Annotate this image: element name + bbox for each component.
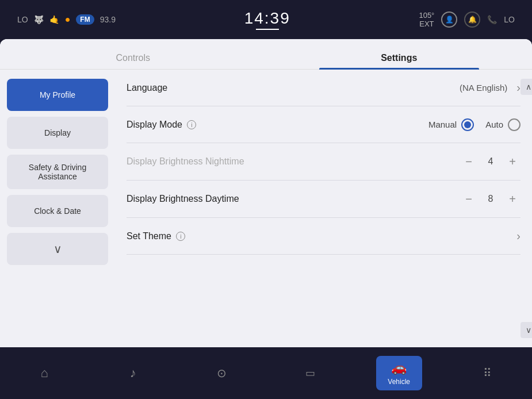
radio-auto-circle[interactable] xyxy=(508,118,520,131)
radio-manual[interactable]: Manual xyxy=(428,118,474,131)
nav-item-vehicle[interactable]: 🚗 Vehicle xyxy=(376,356,422,390)
brightness-day-increment[interactable]: + xyxy=(504,191,520,207)
brightness-day-stepper: − 8 + xyxy=(461,191,520,207)
language-label: Language xyxy=(127,83,253,93)
radio-auto[interactable]: Auto xyxy=(485,118,520,131)
content-area: My Profile Display Safety & Driving Assi… xyxy=(0,70,532,347)
scroll-up-button[interactable]: ∧ xyxy=(520,79,532,95)
sidebar-item-my-profile[interactable]: My Profile xyxy=(7,79,108,111)
set-theme-value: › xyxy=(253,229,520,243)
phone-nav-icon: ▭ xyxy=(305,367,315,379)
sun-icon: ● xyxy=(65,14,71,25)
vehicle-icon: 🚗 xyxy=(391,360,407,375)
language-value: (NA English) › xyxy=(253,81,520,94)
brightness-day-label: Display Brightness Daytime xyxy=(127,194,253,204)
set-theme-label: Set Theme i xyxy=(127,231,253,241)
home-icon: ⌂ xyxy=(40,366,48,381)
sidebar-item-safety-driving[interactable]: Safety & Driving Assistance xyxy=(7,155,108,189)
time-underline xyxy=(256,29,279,30)
display-mode-label: Display Mode i xyxy=(127,120,253,130)
setting-row-brightness-day: Display Brightness Daytime − 8 + xyxy=(127,181,520,218)
sidebar: My Profile Display Safety & Driving Assi… xyxy=(0,70,115,347)
compass-icon: ⊙ xyxy=(217,366,227,380)
brightness-day-decrement[interactable]: − xyxy=(461,191,477,207)
display-mode-radio-group: Manual Auto xyxy=(428,118,520,131)
tab-settings[interactable]: Settings xyxy=(266,47,533,69)
nav-item-phone[interactable]: ▭ xyxy=(288,362,334,384)
bottom-nav: ⌂ ♪ ⊙ ▭ 🚗 Vehicle ⠿ xyxy=(0,347,532,399)
status-center: 14:39 xyxy=(244,9,290,30)
brightness-night-value: − 4 + xyxy=(253,154,520,170)
settings-list: Language (NA English) › Display Mode i xyxy=(127,70,520,255)
lo-left-label: LO xyxy=(17,15,28,24)
grid-icon: ⠿ xyxy=(483,366,492,380)
display-mode-value: Manual Auto xyxy=(253,118,520,131)
status-left: LO 🐺 🤙 ● FM 93.9 xyxy=(17,14,116,25)
temperature-value: 105° xyxy=(419,11,434,20)
scroll-controls: ∧ ∨ xyxy=(519,70,532,347)
status-bar: LO 🐺 🤙 ● FM 93.9 14:39 105° EXT 👤 🔔 📞 LO xyxy=(0,0,532,39)
nav-item-compass[interactable]: ⊙ xyxy=(198,362,244,385)
settings-panel: Language (NA English) › Display Mode i xyxy=(115,70,532,347)
sidebar-item-clock-date[interactable]: Clock & Date xyxy=(7,195,108,227)
bell-icon: 🔔 xyxy=(464,11,480,28)
hand-icon: 🤙 xyxy=(49,15,59,24)
display-mode-info-icon[interactable]: i xyxy=(187,120,196,129)
profile-icon: 👤 xyxy=(441,11,457,28)
tab-controls[interactable]: Controls xyxy=(0,47,266,69)
brightness-night-increment[interactable]: + xyxy=(504,154,520,170)
brightness-night-current: 4 xyxy=(485,156,496,167)
setting-row-language: Language (NA English) › xyxy=(127,70,520,106)
brightness-night-decrement[interactable]: − xyxy=(461,154,477,170)
wolf-icon: 🐺 xyxy=(34,15,44,24)
scroll-down-button[interactable]: ∨ xyxy=(520,322,532,338)
brightness-night-stepper: − 4 + xyxy=(461,154,520,170)
radio-manual-label: Manual xyxy=(428,120,457,129)
brightness-day-value: − 8 + xyxy=(253,191,520,207)
sidebar-item-display[interactable]: Display xyxy=(7,117,108,149)
brightness-day-current: 8 xyxy=(485,194,496,204)
setting-row-brightness-night: Display Brightness Nighttime − 4 + xyxy=(127,143,520,181)
nav-item-grid[interactable]: ⠿ xyxy=(465,362,511,385)
vehicle-label: Vehicle xyxy=(388,378,410,386)
frequency-label: 93.9 xyxy=(100,15,116,24)
nav-item-home[interactable]: ⌂ xyxy=(21,361,67,385)
tab-bar: Controls Settings xyxy=(0,39,532,70)
sidebar-chevron-down[interactable]: ∨ xyxy=(7,233,108,265)
setting-row-set-theme: Set Theme i › xyxy=(127,218,520,255)
fm-badge: FM xyxy=(76,14,94,25)
status-right: 105° EXT 👤 🔔 📞 LO xyxy=(419,11,515,28)
lo-right-label: LO xyxy=(504,15,515,24)
radio-manual-circle[interactable] xyxy=(461,118,474,131)
radio-auto-label: Auto xyxy=(485,120,503,129)
temperature-unit: EXT xyxy=(419,20,434,28)
set-theme-info-icon[interactable]: i xyxy=(176,232,185,241)
setting-row-display-mode: Display Mode i Manual Auto xyxy=(127,106,520,143)
language-current-value: (NA English) xyxy=(460,83,507,93)
main-content: Controls Settings My Profile Display Saf… xyxy=(0,39,532,347)
brightness-night-label: Display Brightness Nighttime xyxy=(127,156,253,167)
temperature-display: 105° EXT xyxy=(419,11,434,28)
nav-item-music[interactable]: ♪ xyxy=(110,361,156,385)
time-display: 14:39 xyxy=(244,9,290,28)
music-icon: ♪ xyxy=(130,366,136,381)
phone-icon: 📞 xyxy=(487,15,497,24)
